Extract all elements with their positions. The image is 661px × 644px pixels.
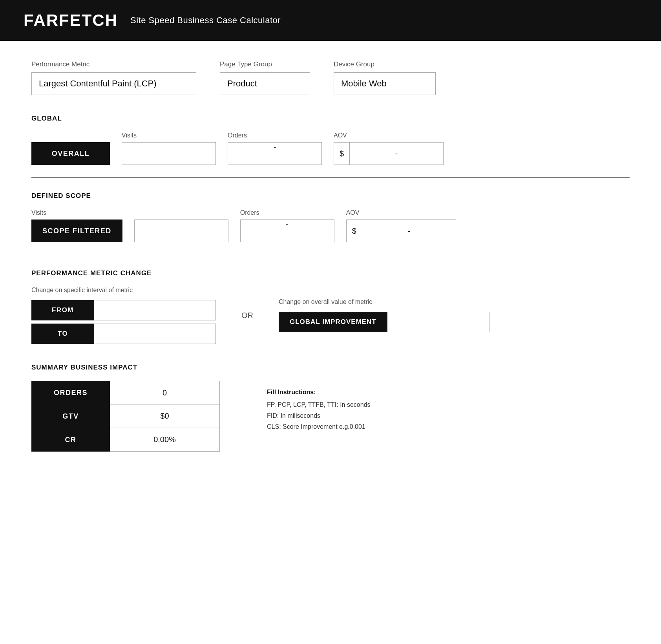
fill-item-1: FID: In miliseconds: [267, 412, 371, 419]
scope-divider: [31, 255, 630, 255]
overall-aov-value: -: [350, 149, 443, 158]
scope-visits-col: .: [134, 209, 228, 242]
filters-row: Performance Metric Page Type Group Devic…: [31, 60, 630, 95]
scope-aov-col: AOV $ -: [346, 209, 456, 242]
fill-instructions-title: Fill Instructions:: [267, 389, 371, 396]
scope-visits-header-label: Visits: [31, 209, 122, 216]
app-header: FARFETCH Site Speed Business Case Calcul…: [0, 0, 661, 41]
main-content: Performance Metric Page Type Group Devic…: [0, 41, 661, 471]
scope-aov-label: AOV: [346, 209, 456, 216]
to-button[interactable]: TO: [31, 324, 94, 344]
global-improvement-button[interactable]: GLOBAL IMPROVEMENT: [279, 312, 387, 332]
fill-item-0: FP, PCP, LCP, TTFB, TTI: In seconds: [267, 401, 371, 408]
scope-filtered-button[interactable]: SCOPE FILTERED: [31, 220, 122, 242]
overall-orders-value: -: [228, 142, 322, 165]
from-input[interactable]: [94, 300, 216, 320]
global-improvement-row: GLOBAL IMPROVEMENT: [279, 312, 489, 332]
device-group-group: Device Group: [334, 60, 436, 95]
pmc-right: Change on overall value of metric GLOBAL…: [279, 298, 489, 332]
scope-orders-label: Orders: [240, 209, 334, 216]
page-type-group-input[interactable]: [220, 72, 310, 95]
summary-orders-label: ORDERS: [31, 381, 110, 404]
overall-visits-col: Visits: [122, 132, 216, 165]
overall-btn-col: . OVERALL: [31, 132, 110, 165]
global-improvement-input[interactable]: [387, 312, 489, 332]
app-logo: FARFETCH: [24, 11, 118, 30]
global-section-label: GLOBAL: [31, 115, 630, 123]
scope-row: Visits SCOPE FILTERED . Orders - AOV $ -: [31, 209, 630, 242]
page-type-group-label: Page Type Group: [220, 60, 310, 68]
or-label: OR: [239, 311, 255, 320]
scope-visits-input[interactable]: [134, 220, 228, 242]
overall-aov-dollar: $: [334, 143, 350, 165]
summary-section: SUMMARY BUSINESS IMPACT ORDERS 0 GTV $0 …: [31, 364, 630, 452]
performance-metric-input[interactable]: [31, 72, 196, 95]
defined-scope-label: DEFINED SCOPE: [31, 192, 630, 200]
app-subtitle: Site Speed Business Case Calculator: [130, 15, 281, 26]
summary-section-label: SUMMARY BUSINESS IMPACT: [31, 364, 630, 371]
global-divider: [31, 177, 630, 178]
overall-orders-col: Orders -: [228, 132, 322, 165]
from-button[interactable]: FROM: [31, 300, 94, 320]
scope-aov-dollar: $: [347, 220, 362, 242]
pmc-row: Change on specific interval of metric FR…: [31, 287, 630, 344]
fill-item-2: CLS: Score Improvement e.g.0.001: [267, 423, 371, 430]
summary-cr-row: CR 0,00%: [31, 428, 220, 452]
scope-btn-col: Visits SCOPE FILTERED: [31, 209, 122, 242]
performance-metric-group: Performance Metric: [31, 60, 196, 95]
device-group-label: Device Group: [334, 60, 436, 68]
overall-aov-col: AOV $ -: [334, 132, 444, 165]
summary-gtv-label: GTV: [31, 404, 110, 428]
scope-orders-value: -: [240, 220, 334, 242]
overall-visits-label: Visits: [122, 132, 216, 139]
summary-cr-value: 0,00%: [110, 428, 220, 452]
overall-button[interactable]: OVERALL: [31, 142, 110, 165]
summary-gtv-value: $0: [110, 404, 220, 428]
summary-orders-value: 0: [110, 381, 220, 404]
from-to-rows: FROM TO: [31, 300, 216, 344]
to-row: TO: [31, 324, 216, 344]
summary-content: ORDERS 0 GTV $0 CR 0,00% Fill Instructio…: [31, 381, 630, 452]
performance-metric-label: Performance Metric: [31, 60, 196, 68]
fill-instructions: Fill Instructions: FP, PCP, LCP, TTFB, T…: [267, 381, 371, 442]
overall-row: . OVERALL Visits Orders - AOV $ -: [31, 132, 630, 165]
summary-cr-label: CR: [31, 428, 110, 452]
pmc-section-label: PERFORMANCE METRIC CHANGE: [31, 269, 630, 277]
device-group-input[interactable]: [334, 72, 436, 95]
summary-table: ORDERS 0 GTV $0 CR 0,00%: [31, 381, 220, 452]
from-row: FROM: [31, 300, 216, 320]
change-interval-label: Change on specific interval of metric: [31, 287, 216, 294]
to-input[interactable]: [94, 324, 216, 344]
page-type-group-group: Page Type Group: [220, 60, 310, 95]
pmc-section: PERFORMANCE METRIC CHANGE Change on spec…: [31, 269, 630, 344]
overall-orders-label: Orders: [228, 132, 322, 139]
scope-aov-value: -: [362, 227, 456, 236]
scope-orders-col: Orders -: [240, 209, 334, 242]
pmc-left: Change on specific interval of metric FR…: [31, 287, 216, 344]
overall-aov-label: AOV: [334, 132, 444, 139]
summary-orders-row: ORDERS 0: [31, 381, 220, 404]
summary-gtv-row: GTV $0: [31, 404, 220, 428]
scope-aov-wrap: $ -: [346, 220, 456, 242]
overall-visits-input[interactable]: [122, 142, 216, 165]
overall-aov-wrap: $ -: [334, 142, 444, 165]
change-overall-label: Change on overall value of metric: [279, 298, 489, 306]
